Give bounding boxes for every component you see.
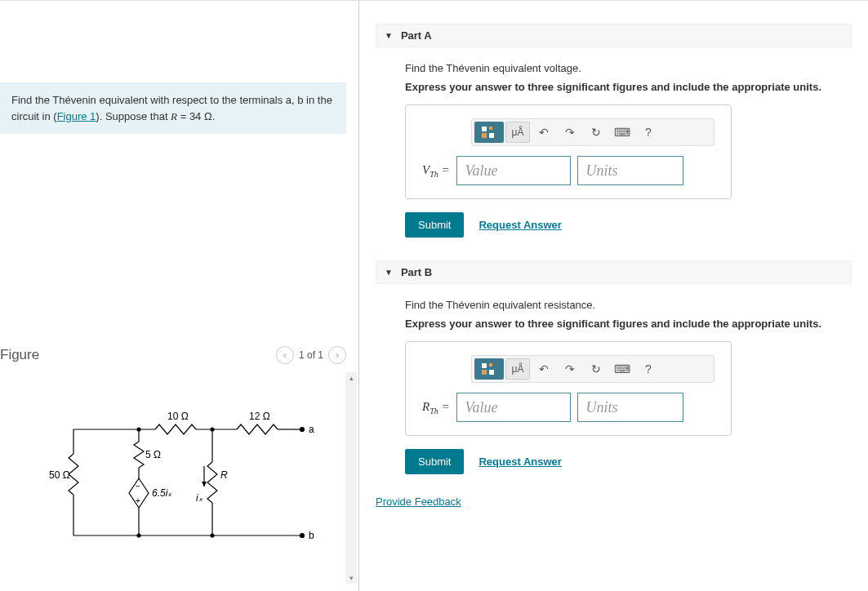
svg-text:+: +: [136, 496, 140, 505]
redo-icon[interactable]: ↷: [558, 122, 582, 143]
template-icon[interactable]: [474, 122, 504, 143]
part-b-instruct: Express your answer to three significant…: [405, 318, 852, 330]
part-b-request-answer-link[interactable]: Request Answer: [479, 455, 561, 468]
label-source: 6.5iₓ: [152, 487, 172, 499]
svg-rect-26: [482, 370, 487, 375]
svg-rect-25: [489, 363, 492, 367]
figure-title: Figure: [0, 347, 39, 363]
part-b-prompt: Find the Thévenin equivalent resistance.: [405, 299, 852, 311]
part-b-units-input[interactable]: Units: [577, 393, 683, 422]
units-button[interactable]: μÅ: [505, 122, 530, 143]
label-10ohm: 10 Ω: [167, 411, 189, 422]
part-a-section: ▼ Part A Find the Thévenin equivalent vo…: [376, 24, 852, 238]
label-12ohm: 12 Ω: [249, 411, 270, 422]
part-a-prompt: Find the Thévenin equivalent voltage.: [405, 62, 852, 74]
part-a-value-input[interactable]: Value: [456, 156, 571, 185]
circuit-diagram: − + 50 Ω 10 Ω 5 Ω 12 Ω 6.5iₓ R iₓ a b: [33, 397, 327, 560]
figure-section: Figure ‹ 1 of 1 › ▴ ▾: [0, 346, 358, 591]
reset-icon[interactable]: ↻: [584, 358, 608, 380]
problem-text-2: ). Suppose that: [96, 110, 171, 122]
part-a-request-answer-link[interactable]: Request Answer: [479, 219, 561, 231]
part-b-title: Part B: [401, 266, 432, 278]
feedback-section: Provide Feedback: [376, 495, 852, 508]
svg-point-11: [137, 428, 140, 431]
svg-point-15: [211, 428, 214, 431]
help-icon[interactable]: ?: [636, 358, 661, 380]
svg-rect-24: [482, 363, 487, 368]
units-button[interactable]: μÅ: [505, 358, 530, 380]
problem-statement: Find the Thévenin equivalent with respec…: [0, 82, 346, 134]
scroll-down-icon: ▾: [345, 572, 357, 584]
redo-icon[interactable]: ↷: [558, 358, 582, 380]
svg-rect-20: [482, 127, 487, 131]
reset-icon[interactable]: ↻: [584, 122, 608, 143]
scroll-up-icon: ▴: [345, 372, 357, 384]
terminal-a: a: [309, 424, 314, 435]
label-5ohm: 5 Ω: [145, 449, 161, 460]
prev-figure-button[interactable]: ‹: [276, 346, 294, 364]
keyboard-icon[interactable]: ⌨: [610, 122, 634, 143]
svg-point-12: [137, 534, 140, 537]
part-a-instruct: Express your answer to three significant…: [405, 81, 852, 93]
svg-rect-21: [489, 127, 492, 130]
part-a-var-label: VTh =: [422, 163, 450, 179]
svg-point-3: [300, 427, 304, 431]
part-b-answer-box: μÅ ↶ ↷ ↻ ⌨ ? RTh = Value Units: [405, 341, 732, 436]
template-icon[interactable]: [474, 358, 504, 380]
label-R: R: [220, 469, 228, 481]
figure-body: ▴ ▾: [0, 371, 358, 584]
problem-val: = 34 Ω.: [177, 110, 215, 122]
svg-point-16: [211, 534, 214, 537]
provide-feedback-link[interactable]: Provide Feedback: [376, 495, 461, 508]
svg-rect-23: [489, 133, 494, 138]
next-figure-button[interactable]: ›: [328, 346, 346, 364]
part-b-section: ▼ Part B Find the Thévenin equivalent re…: [376, 260, 852, 474]
part-b-var-label: RTh =: [422, 400, 450, 415]
undo-icon[interactable]: ↶: [532, 358, 556, 380]
terminal-b: b: [309, 530, 314, 541]
svg-rect-27: [489, 370, 494, 375]
part-a-title: Part A: [401, 29, 432, 42]
svg-text:−: −: [136, 482, 140, 491]
caret-down-icon: ▼: [385, 268, 393, 277]
right-panel: ▼ Part A Find the Thévenin equivalent vo…: [359, 1, 868, 591]
part-a-answer-box: μÅ ↶ ↷ ↻ ⌨ ? VTh = Value Units: [405, 104, 732, 199]
part-a-toolbar: μÅ ↶ ↷ ↻ ⌨ ?: [471, 118, 714, 146]
help-icon[interactable]: ?: [636, 122, 661, 143]
label-ix: iₓ: [196, 492, 203, 504]
part-b-header[interactable]: ▼ Part B: [376, 260, 852, 284]
figure-nav: ‹ 1 of 1 ›: [276, 346, 346, 364]
svg-point-7: [300, 533, 304, 537]
keyboard-icon[interactable]: ⌨: [610, 358, 634, 380]
figure-link[interactable]: Figure 1: [57, 110, 96, 122]
figure-counter: 1 of 1: [299, 349, 323, 361]
part-a-header[interactable]: ▼ Part A: [376, 24, 852, 47]
part-b-submit-button[interactable]: Submit: [405, 449, 464, 474]
part-b-toolbar: μÅ ↶ ↷ ↻ ⌨ ?: [471, 355, 714, 383]
svg-rect-22: [482, 133, 487, 138]
left-panel: Find the Thévenin equivalent with respec…: [0, 1, 359, 591]
figure-scrollbar[interactable]: ▴ ▾: [345, 372, 357, 584]
part-a-submit-button[interactable]: Submit: [405, 212, 464, 238]
caret-down-icon: ▼: [385, 31, 393, 40]
part-b-value-input[interactable]: Value: [456, 393, 571, 422]
problem-var: R: [171, 110, 177, 122]
undo-icon[interactable]: ↶: [532, 122, 556, 143]
part-a-units-input[interactable]: Units: [577, 156, 683, 185]
label-50ohm: 50 Ω: [49, 469, 70, 481]
